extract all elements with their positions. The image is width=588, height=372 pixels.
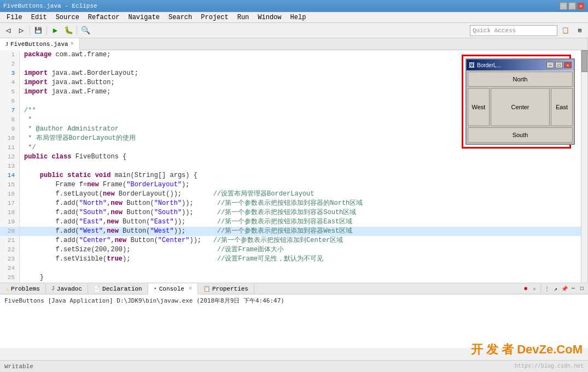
tab-problems[interactable]: ⚠ Problems [0, 284, 46, 294]
declaration-icon: 📄 [94, 286, 100, 292]
watermark: 开 发 者 DevZe.CoM [471, 341, 583, 358]
tab-close[interactable]: × [71, 41, 74, 47]
code-line-12: 12 public class FiveButtons { [0, 152, 581, 162]
menu-search[interactable]: Search [164, 12, 196, 22]
code-line-17: 17 f.add("North",new Button("North")); /… [0, 199, 581, 208]
menu-source[interactable]: Source [51, 12, 84, 22]
toolbar-forward[interactable]: ▷ [15, 25, 27, 37]
editor-scrollbar[interactable] [581, 50, 587, 282]
bottom-tab-bar: ⚠ Problems J Javadoc 📄 Declaration ▪ Con… [0, 284, 588, 294]
swing-center[interactable]: Center [491, 88, 550, 126]
code-line-15: 15 Frame f=new Frame("BorderLayout"); [0, 180, 581, 190]
quick-access-label: Quick Access [473, 27, 516, 34]
tab-properties[interactable]: 📋 Properties [198, 284, 254, 294]
menu-help[interactable]: Help [286, 12, 311, 22]
console-remove-btn[interactable]: ✕ [531, 285, 538, 293]
editor-panel: J FiveButtons.java × 1 package com.awt.f… [0, 38, 588, 282]
problems-icon: ⚠ [5, 286, 9, 292]
menu-refactor[interactable]: Refactor [84, 12, 124, 22]
status-text: Writable [4, 363, 33, 370]
toolbar-sep1 [30, 26, 30, 36]
swing-close[interactable]: ✕ [564, 62, 572, 68]
toolbar-perspective[interactable]: 📋 [560, 25, 572, 37]
console-output: FiveButtons [Java Application] D:\JDK9\b… [4, 297, 284, 304]
tab-filename: FiveButtons.java [10, 41, 68, 48]
menu-window[interactable]: Window [253, 12, 286, 22]
menu-file[interactable]: File [2, 12, 27, 22]
toolbar-debug[interactable]: 🐛 [62, 25, 74, 37]
status-right: https://blog.csdn.net [515, 363, 584, 369]
toolbar-back[interactable]: ◁ [2, 25, 14, 37]
swing-north[interactable]: North [468, 72, 573, 87]
console-stop-btn[interactable]: ■ [522, 285, 529, 293]
toolbar-sep2 [46, 26, 47, 36]
code-line-16: 16 f.setLayout(new BorderLayout()); //设置… [0, 190, 581, 199]
console-close[interactable]: × [189, 286, 192, 292]
status-bar: Writable https://blog.csdn.net [0, 360, 588, 372]
tab-console[interactable]: ▪ Console × [148, 284, 198, 294]
code-line-19: 19 f.add("East",new Button("East")); //第… [0, 217, 581, 227]
quick-access-box[interactable]: Quick Access [470, 25, 557, 36]
minimize-button[interactable]: ─ [560, 2, 567, 10]
swing-minimize[interactable]: ─ [546, 62, 554, 68]
swing-titlebar: 🖼 BorderL... ─ □ ✕ [467, 60, 574, 70]
swing-maximize[interactable]: □ [555, 62, 563, 68]
code-line-25: 25 } [0, 273, 581, 282]
title-text: FiveButtons.java - Eclipse [3, 3, 560, 9]
toolbar-save[interactable]: 💾 [32, 25, 44, 37]
menu-bar: File Edit Source Refactor Navigate Searc… [0, 12, 588, 23]
toolbar-workbench[interactable]: ⊞ [574, 25, 586, 37]
toolbar-run[interactable]: ▶ [49, 25, 61, 37]
close-button[interactable]: ✕ [577, 2, 585, 10]
menu-navigate[interactable]: Navigate [124, 12, 164, 22]
toolbar-sep3 [77, 26, 77, 36]
code-line-21: 21 f.add("Center",new Button("Center"));… [0, 236, 581, 245]
bottom-panel: ⚠ Problems J Javadoc 📄 Declaration ▪ Con… [0, 282, 588, 348]
console-sep [540, 284, 541, 294]
code-line-23: 23 f.setVisible(true); //设置Frame可见性，默认为不… [0, 255, 581, 264]
code-line-18: 18 f.add("South",new Button("South")); /… [0, 208, 581, 217]
swing-east[interactable]: East [551, 88, 573, 126]
console-open-btn[interactable]: ↗ [552, 285, 560, 293]
javadoc-icon: J [51, 286, 55, 292]
maximize-button[interactable]: □ [568, 2, 576, 10]
editor-tab-bar: J FiveButtons.java × [0, 38, 587, 50]
title-bar: FiveButtons.java - Eclipse ─ □ ✕ [0, 0, 588, 12]
code-line-20: 20 f.add("West",new Button("West")); //第… [0, 227, 581, 236]
console-pin-btn[interactable]: 📌 [561, 285, 568, 293]
console-maximize-panel[interactable]: □ [578, 285, 586, 293]
preview-overlay: 🖼 BorderL... ─ □ ✕ North West [462, 55, 571, 149]
swing-south[interactable]: South [468, 127, 573, 143]
tab-icon: J [5, 41, 8, 47]
menu-run[interactable]: Run [233, 12, 254, 22]
console-minimize-panel[interactable]: ─ [569, 285, 577, 293]
code-line-22: 22 f.setSize(200,200); //设置Frame面体大小 [0, 245, 581, 255]
menu-project[interactable]: Project [196, 12, 232, 22]
swing-west[interactable]: West [468, 88, 490, 126]
code-line-13: 13 [0, 162, 581, 171]
swing-window: 🖼 BorderL... ─ □ ✕ North West [465, 58, 575, 145]
toolbar-search[interactable]: 🔍 [79, 25, 91, 37]
swing-title-text: BorderL... [477, 62, 545, 68]
editor-tab[interactable]: J FiveButtons.java × [0, 38, 80, 50]
console-icon: ▪ [154, 286, 157, 292]
tab-javadoc[interactable]: J Javadoc [46, 284, 88, 294]
code-line-24: 24 [0, 264, 581, 273]
console-options-btn[interactable]: ⋮ [543, 285, 551, 293]
code-line-14: 14 public static void main(String[] args… [0, 171, 581, 180]
toolbar: ◁ ▷ 💾 ▶ 🐛 🔍 Quick Access 📋 ⊞ [0, 23, 588, 38]
tab-declaration[interactable]: 📄 Declaration [88, 284, 148, 294]
properties-icon: 📋 [203, 286, 210, 292]
menu-edit[interactable]: Edit [27, 12, 51, 22]
console-content: FiveButtons [Java Application] D:\JDK9\b… [0, 294, 588, 348]
